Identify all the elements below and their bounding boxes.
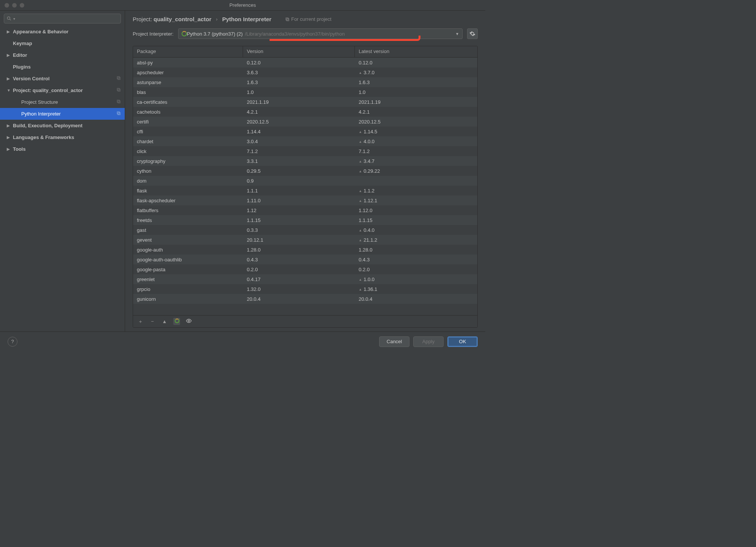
cell-package: greenlet [133, 277, 243, 282]
sidebar-item[interactable]: ▶Version Control [0, 73, 125, 84]
cell-latest: ▲0.4.0 [355, 227, 477, 233]
cell-version: 3.3.1 [243, 158, 355, 164]
table-row[interactable]: gast0.3.3▲0.4.0 [133, 225, 477, 235]
cell-latest: 1.28.0 [355, 247, 477, 253]
sidebar-item[interactable]: ▶Editor [0, 49, 125, 61]
sidebar-item-label: Build, Execution, Deployment [13, 123, 82, 128]
cell-package: flask [133, 188, 243, 194]
add-package-button[interactable]: ＋ [137, 318, 144, 325]
cell-version: 1.32.0 [243, 286, 355, 292]
show-early-releases-button[interactable] [185, 318, 192, 325]
table-row[interactable]: google-auth-oauthlib0.4.30.4.3 [133, 255, 477, 264]
table-row[interactable]: apscheduler3.6.3▲3.7.0 [133, 67, 477, 77]
upgrade-package-button[interactable]: ▲ [161, 319, 168, 324]
cell-latest: ▲1.14.5 [355, 129, 477, 134]
cell-package: absl-py [133, 60, 243, 66]
sidebar-item-label: Project: quality_control_actor [13, 88, 83, 93]
table-row[interactable]: cryptography3.3.1▲3.4.7 [133, 156, 477, 166]
table-row[interactable]: cython0.29.5▲0.29.22 [133, 166, 477, 176]
sidebar-item[interactable]: ▶Build, Execution, Deployment [0, 120, 125, 131]
cell-latest: ▲21.1.2 [355, 237, 477, 243]
table-row[interactable]: click7.1.27.1.2 [133, 146, 477, 156]
sidebar-item[interactable]: ▶Languages & Frameworks [0, 131, 125, 143]
table-row[interactable]: gunicorn20.0.420.0.4 [133, 294, 477, 304]
interpreter-settings-button[interactable] [467, 28, 478, 39]
chevron-down-icon: ▼ [7, 88, 11, 92]
table-row[interactable]: cffi1.14.4▲1.14.5 [133, 127, 477, 136]
cell-package: cryptography [133, 158, 243, 164]
copy-icon [116, 76, 121, 81]
cell-package: google-pasta [133, 267, 243, 272]
upgrade-available-icon: ▲ [359, 71, 362, 75]
apply-button[interactable]: Apply [413, 336, 444, 347]
eye-icon [186, 318, 192, 324]
cell-package: gunicorn [133, 296, 243, 302]
chevron-right-icon: ▶ [7, 147, 11, 151]
table-row[interactable]: flatbuffers1.121.12.0 [133, 205, 477, 215]
column-latest[interactable]: Latest version [355, 46, 477, 57]
titlebar: Preferences [0, 0, 485, 11]
cell-version: 3.0.4 [243, 139, 355, 144]
zoom-window-icon[interactable] [20, 3, 24, 8]
svg-rect-5 [117, 88, 119, 91]
cell-package: flatbuffers [133, 208, 243, 213]
cell-package: cachetools [133, 109, 243, 115]
ok-button[interactable]: OK [447, 336, 478, 347]
table-row[interactable]: cachetools4.2.14.2.1 [133, 107, 477, 117]
sidebar-item[interactable]: ▶Tools [0, 143, 125, 155]
cell-version: 1.6.3 [243, 80, 355, 85]
table-row[interactable]: dom0.9 [133, 176, 477, 186]
sidebar-item-label: Appearance & Behavior [13, 29, 69, 34]
breadcrumb-prefix: Project: [133, 16, 152, 22]
sidebar-item-label: Tools [13, 146, 26, 152]
packages-toolbar: ＋ − ▲ [133, 315, 477, 327]
table-row[interactable]: grpcio1.32.0▲1.36.1 [133, 284, 477, 294]
cell-latest: 2020.12.5 [355, 119, 477, 125]
sidebar-item[interactable]: ▶Appearance & Behavior [0, 26, 125, 38]
table-row[interactable]: blas1.01.0 [133, 87, 477, 97]
cancel-button[interactable]: Cancel [379, 336, 409, 347]
table-row[interactable]: gevent20.12.1▲21.1.2 [133, 235, 477, 245]
sidebar-item[interactable]: Keymap [0, 38, 125, 49]
conda-button[interactable] [173, 318, 180, 325]
copy-icon [116, 88, 121, 93]
cell-latest: 4.2.1 [355, 109, 477, 115]
table-row[interactable]: chardet3.0.4▲4.0.0 [133, 136, 477, 146]
sidebar-item[interactable]: Plugins [0, 61, 125, 73]
sidebar-item[interactable]: Project Structure [0, 96, 125, 108]
remove-package-button[interactable]: − [149, 319, 156, 324]
close-window-icon[interactable] [5, 3, 9, 8]
column-version[interactable]: Version [243, 46, 355, 57]
table-row[interactable]: google-auth1.28.01.28.0 [133, 245, 477, 255]
search-input[interactable]: ▾ [4, 14, 121, 23]
minimize-window-icon[interactable] [12, 3, 17, 8]
packages-table: Package Version Latest version absl-py0.… [133, 46, 478, 328]
cell-latest: 0.12.0 [355, 60, 477, 66]
upgrade-available-icon: ▲ [359, 189, 362, 193]
table-row[interactable]: astunparse1.6.31.6.3 [133, 77, 477, 87]
table-row[interactable]: ca-certificates2021.1.192021.1.19 [133, 97, 477, 107]
cell-package: cython [133, 168, 243, 174]
sidebar-item[interactable]: ▼Project: quality_control_actor [0, 84, 125, 96]
cell-package: gast [133, 227, 243, 233]
table-row[interactable]: flask1.1.1▲1.1.2 [133, 186, 477, 195]
annotation-underline [270, 36, 420, 41]
chevron-right-icon: ▶ [7, 77, 11, 81]
sidebar-item[interactable]: Python Interpreter [0, 108, 125, 120]
breadcrumb-page: Python Interpreter [222, 16, 271, 22]
column-package[interactable]: Package [133, 46, 243, 57]
cell-version: 0.12.0 [243, 60, 355, 66]
sidebar-item-label: Editor [13, 52, 27, 58]
help-button[interactable]: ? [8, 337, 17, 347]
table-row[interactable]: certifi2020.12.52020.12.5 [133, 117, 477, 127]
table-row[interactable]: absl-py0.12.00.12.0 [133, 58, 477, 67]
cell-package: freetds [133, 217, 243, 223]
table-row[interactable]: google-pasta0.2.00.2.0 [133, 264, 477, 274]
table-row[interactable]: flask-apscheduler1.11.0▲1.12.1 [133, 195, 477, 205]
cell-package: flask-apscheduler [133, 198, 243, 203]
interpreter-dropdown[interactable]: Python 3.7 (python37) (2) /Library/anaco… [178, 28, 463, 39]
cell-latest: 0.4.3 [355, 257, 477, 263]
cell-version: 2021.1.19 [243, 99, 355, 105]
table-row[interactable]: greenlet0.4.17▲1.0.0 [133, 274, 477, 284]
table-row[interactable]: freetds1.1.151.1.15 [133, 215, 477, 225]
